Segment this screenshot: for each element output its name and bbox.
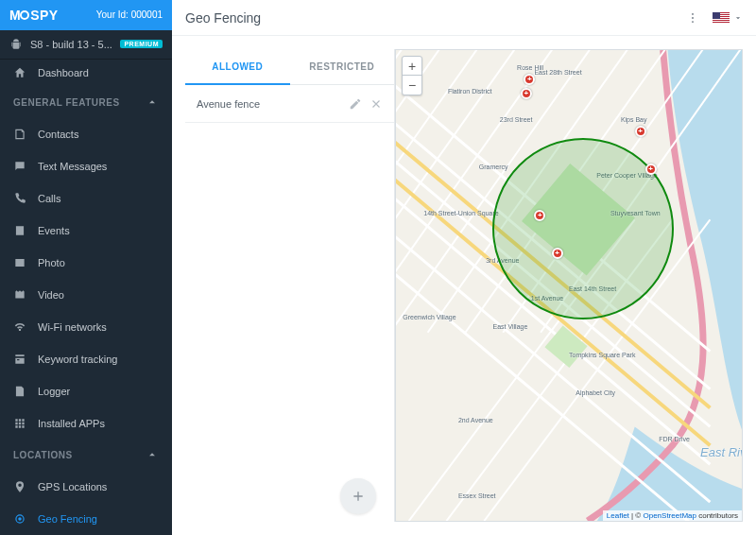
map-label: Rose Hill xyxy=(517,64,543,71)
map-label: Flatiron District xyxy=(448,88,492,95)
map-label: 23rd Street xyxy=(500,116,533,123)
location-icon xyxy=(13,512,26,526)
map-label: Gramercy xyxy=(479,164,508,170)
plus-icon xyxy=(351,489,366,504)
device-selector[interactable]: S8 - build 13 - 5... PREMIUM xyxy=(0,30,172,60)
add-fence-button[interactable] xyxy=(340,478,376,514)
map-label: FDR Drive xyxy=(659,436,690,442)
sidebar-item-label: Wi-Fi networks xyxy=(38,321,107,333)
zoom-in-button[interactable]: + xyxy=(403,57,421,76)
map-label: 14th Street-Union Square xyxy=(423,210,498,216)
topbar: Geo Fencing xyxy=(172,0,756,36)
locale-select[interactable] xyxy=(713,12,743,24)
map-zoom: + − xyxy=(402,56,422,95)
menu-icon xyxy=(13,353,26,366)
sidebar-item-events[interactable]: Events xyxy=(0,215,172,247)
sidebar-item-label: Dashboard xyxy=(38,67,89,78)
menu-icon xyxy=(13,385,26,398)
menu-icon xyxy=(13,417,26,430)
page-title: Geo Fencing xyxy=(185,10,686,26)
chevron-up-icon xyxy=(146,95,159,109)
map-attribution: Leaflet | © OpenStreetMap contributors xyxy=(603,510,742,521)
home-icon xyxy=(13,66,26,79)
sidebar-item-video[interactable]: Video xyxy=(0,279,172,311)
menu-icon xyxy=(13,192,26,205)
sidebar-item-geo-fencing[interactable]: Geo Fencing xyxy=(0,503,172,535)
map[interactable]: East 28th StreetRose HillFlatiron Distri… xyxy=(395,49,743,522)
map-label: Kips Bay xyxy=(621,116,647,123)
sidebar-item-label: Events xyxy=(38,225,70,236)
leaflet-link[interactable]: Leaflet xyxy=(607,511,629,520)
fence-name: Avenue fence xyxy=(197,98,341,110)
more-icon[interactable] xyxy=(686,11,699,25)
sidebar-item-label: Calls xyxy=(38,193,60,204)
sidebar-topbar: MSPY Your Id: 000001 xyxy=(0,0,172,30)
sidebar-item-text-messages[interactable]: Text Messages xyxy=(0,150,172,182)
sidebar-item-wi-fi-networks[interactable]: Wi-Fi networks xyxy=(0,311,172,343)
sidebar-group-general[interactable]: GENERAL FEATURES xyxy=(0,87,172,118)
sidebar-item-label: Keyword tracking xyxy=(38,354,117,365)
tab-allowed[interactable]: ALLOWED xyxy=(185,49,290,85)
map-label: 2nd Avenue xyxy=(458,417,493,423)
svg-point-2 xyxy=(692,21,694,23)
fence-tabs: ALLOWED RESTRICTED xyxy=(185,49,394,85)
svg-point-0 xyxy=(692,12,694,14)
flag-us-icon xyxy=(713,12,730,24)
sidebar: MSPY Your Id: 000001 S8 - build 13 - 5..… xyxy=(0,0,172,535)
sidebar-item-label: Logger xyxy=(38,386,70,397)
sidebar-item-label: Geo Fencing xyxy=(38,513,97,525)
sidebar-item-logger[interactable]: Logger xyxy=(0,375,172,407)
map-label: Alphabet City xyxy=(576,389,615,396)
tab-restricted[interactable]: RESTRICTED xyxy=(290,49,395,84)
sidebar-item-keyword-tracking[interactable]: Keyword tracking xyxy=(0,343,172,375)
brand-logo: MSPY xyxy=(9,8,96,23)
map-label: Greenwich Village xyxy=(403,314,455,320)
sidebar-item-label: Contacts xyxy=(38,129,78,140)
sidebar-item-dashboard[interactable]: Dashboard xyxy=(0,60,172,86)
menu-icon xyxy=(13,288,26,302)
sidebar-item-gps-locations[interactable]: GPS Locations xyxy=(0,471,172,503)
fence-panel: ALLOWED RESTRICTED Avenue fence xyxy=(185,49,395,522)
svg-point-1 xyxy=(692,17,694,19)
user-id-label: Your Id: 000001 xyxy=(96,9,163,20)
location-icon xyxy=(13,480,26,493)
sidebar-item-label: Text Messages xyxy=(38,161,107,172)
menu-icon xyxy=(13,320,26,334)
sidebar-item-contacts[interactable]: Contacts xyxy=(0,118,172,150)
chevron-up-icon xyxy=(146,448,159,461)
menu-icon xyxy=(13,160,26,173)
map-label: Tompkins Square Park xyxy=(569,352,635,358)
sidebar-item-photo[interactable]: Photo xyxy=(0,247,172,279)
map-pin[interactable] xyxy=(635,126,646,137)
map-label: East Village xyxy=(492,323,527,330)
sidebar-item-label: Installed APPs xyxy=(38,418,105,429)
main-area: Geo Fencing ALLOWED RESTRICTED Avenue fe… xyxy=(172,0,756,535)
edit-icon[interactable] xyxy=(349,97,362,111)
sidebar-item-installed-apps[interactable]: Installed APPs xyxy=(0,407,172,440)
sidebar-group-locations[interactable]: LOCATIONS xyxy=(0,440,172,471)
map-label: Essex Street xyxy=(458,492,496,499)
map-pin[interactable] xyxy=(552,248,563,259)
menu-icon xyxy=(13,224,26,237)
sidebar-item-calls[interactable]: Calls xyxy=(0,182,172,215)
content: ALLOWED RESTRICTED Avenue fence xyxy=(172,36,756,535)
android-icon xyxy=(9,38,23,51)
sidebar-item-label: GPS Locations xyxy=(38,481,107,492)
sidebar-item-label: Photo xyxy=(38,257,65,268)
map-pin[interactable] xyxy=(645,164,657,175)
osm-link[interactable]: OpenStreetMap xyxy=(643,511,696,520)
sidebar-item-label: Video xyxy=(38,289,64,301)
chevron-down-icon xyxy=(733,13,743,23)
map-label: East River xyxy=(700,445,743,459)
map-pin[interactable] xyxy=(521,88,532,99)
close-icon[interactable] xyxy=(369,97,383,111)
premium-badge: PREMIUM xyxy=(120,40,163,48)
zoom-out-button[interactable]: − xyxy=(403,76,421,95)
menu-icon xyxy=(13,256,26,269)
fence-row[interactable]: Avenue fence xyxy=(185,85,394,123)
device-name: S8 - build 13 - 5... xyxy=(30,39,112,50)
menu-icon xyxy=(13,128,26,141)
